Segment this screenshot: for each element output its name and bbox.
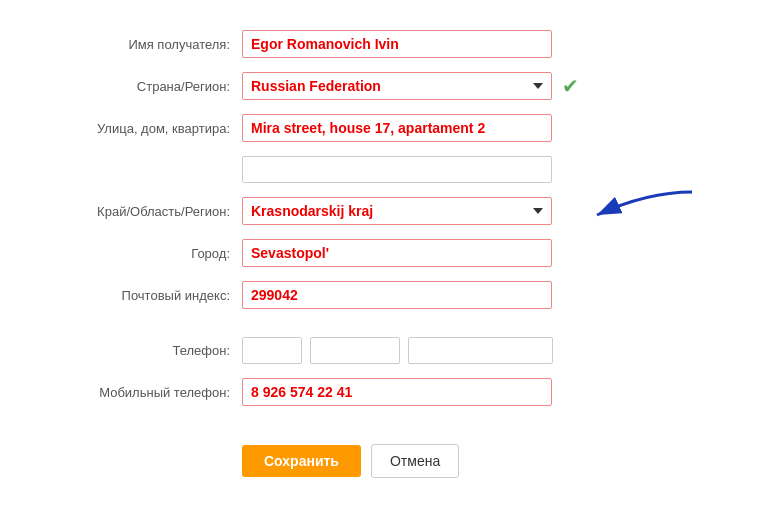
recipient-name-input[interactable] [242, 30, 552, 58]
phone-group [242, 337, 552, 364]
cancel-button[interactable]: Отмена [371, 444, 459, 478]
city-input[interactable] [242, 239, 552, 267]
recipient-name-row: Имя получателя: [77, 30, 697, 58]
street-label: Улица, дом, квартира: [77, 121, 242, 136]
mobile-input[interactable] [242, 378, 552, 406]
street-input[interactable] [242, 114, 552, 142]
country-check-icon: ✔ [562, 74, 579, 98]
address-form: Имя получателя: Страна/Регион: Russian F… [77, 20, 697, 488]
phone-part3-input[interactable] [408, 337, 553, 364]
phone-row: Телефон: [77, 337, 697, 364]
city-row: Город: [77, 239, 697, 267]
button-row: Сохранить Отмена [242, 444, 697, 478]
region-row: Край/Область/Регион: Krasnodarskij kraj [77, 197, 697, 225]
country-label: Страна/Регион: [77, 79, 242, 94]
recipient-name-label: Имя получателя: [77, 37, 242, 52]
save-button[interactable]: Сохранить [242, 445, 361, 477]
country-row: Страна/Регион: Russian Federation ✔ [77, 72, 697, 100]
arrow-svg [567, 187, 697, 242]
street2-input[interactable] [242, 156, 552, 183]
zip-row: Почтовый индекс: [77, 281, 697, 309]
street-row: Улица, дом, квартира: [77, 114, 697, 142]
zip-input[interactable] [242, 281, 552, 309]
phone-part2-input[interactable] [310, 337, 400, 364]
phone-label: Телефон: [77, 343, 242, 358]
zip-label: Почтовый индекс: [77, 288, 242, 303]
phone-part1-input[interactable] [242, 337, 302, 364]
mobile-label: Мобильный телефон: [77, 385, 242, 400]
region-select[interactable]: Krasnodarskij kraj [242, 197, 552, 225]
mobile-row: Мобильный телефон: [77, 378, 697, 406]
country-select[interactable]: Russian Federation [242, 72, 552, 100]
region-label: Край/Область/Регион: [77, 204, 242, 219]
city-label: Город: [77, 246, 242, 261]
street2-row [77, 156, 697, 183]
arrow-annotation [567, 187, 697, 245]
